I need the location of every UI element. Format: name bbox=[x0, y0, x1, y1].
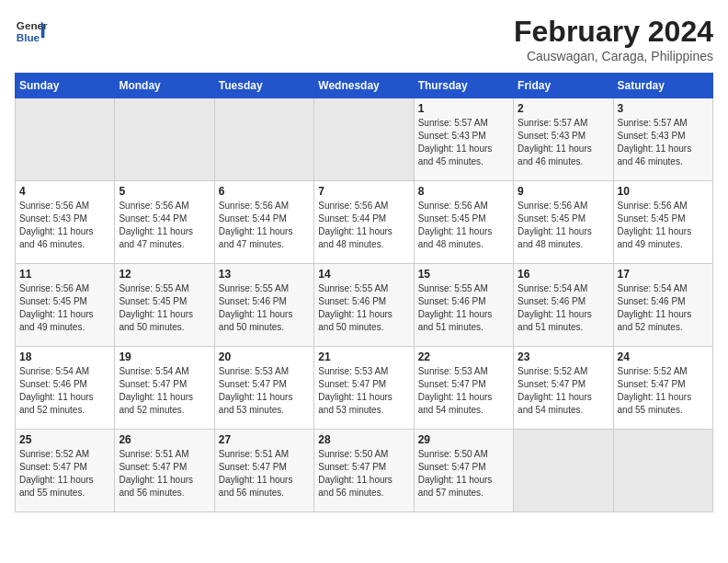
calendar-cell: 29Sunrise: 5:50 AM Sunset: 5:47 PM Dayli… bbox=[414, 430, 513, 512]
day-number: 16 bbox=[518, 268, 609, 281]
weekday-header-friday: Friday bbox=[514, 74, 613, 98]
month-year: February 2024 bbox=[514, 15, 713, 49]
calendar-cell: 13Sunrise: 5:55 AM Sunset: 5:46 PM Dayli… bbox=[214, 264, 313, 347]
day-info: Sunrise: 5:56 AM Sunset: 5:44 PM Dayligh… bbox=[318, 200, 409, 251]
calendar-cell: 25Sunrise: 5:52 AM Sunset: 5:47 PM Dayli… bbox=[16, 430, 115, 512]
calendar-cell: 9Sunrise: 5:56 AM Sunset: 5:45 PM Daylig… bbox=[514, 181, 613, 264]
day-number: 12 bbox=[119, 268, 210, 281]
calendar-cell: 12Sunrise: 5:55 AM Sunset: 5:45 PM Dayli… bbox=[115, 264, 214, 347]
day-number: 23 bbox=[518, 350, 609, 363]
day-info: Sunrise: 5:56 AM Sunset: 5:45 PM Dayligh… bbox=[518, 200, 609, 251]
calendar-cell bbox=[115, 98, 214, 181]
day-info: Sunrise: 5:56 AM Sunset: 5:45 PM Dayligh… bbox=[618, 200, 709, 251]
day-number: 10 bbox=[618, 185, 709, 198]
day-info: Sunrise: 5:52 AM Sunset: 5:47 PM Dayligh… bbox=[518, 365, 609, 417]
calendar-cell: 4Sunrise: 5:56 AM Sunset: 5:43 PM Daylig… bbox=[16, 181, 115, 264]
day-info: Sunrise: 5:57 AM Sunset: 5:43 PM Dayligh… bbox=[418, 117, 509, 168]
day-number: 1 bbox=[418, 102, 509, 115]
day-number: 25 bbox=[19, 433, 110, 446]
day-info: Sunrise: 5:51 AM Sunset: 5:47 PM Dayligh… bbox=[119, 448, 210, 500]
weekday-header-wednesday: Wednesday bbox=[314, 74, 414, 98]
calendar-cell: 27Sunrise: 5:51 AM Sunset: 5:47 PM Dayli… bbox=[214, 430, 313, 512]
calendar-week-2: 4Sunrise: 5:56 AM Sunset: 5:43 PM Daylig… bbox=[16, 181, 713, 264]
calendar-cell: 28Sunrise: 5:50 AM Sunset: 5:47 PM Dayli… bbox=[314, 430, 414, 512]
calendar-table: SundayMondayTuesdayWednesdayThursdayFrid… bbox=[15, 73, 713, 512]
calendar-cell: 2Sunrise: 5:57 AM Sunset: 5:43 PM Daylig… bbox=[514, 98, 613, 181]
calendar-cell: 20Sunrise: 5:53 AM Sunset: 5:47 PM Dayli… bbox=[214, 347, 313, 430]
day-number: 18 bbox=[19, 350, 110, 363]
day-number: 3 bbox=[618, 102, 709, 115]
day-info: Sunrise: 5:54 AM Sunset: 5:46 PM Dayligh… bbox=[19, 365, 110, 417]
day-number: 4 bbox=[19, 185, 110, 198]
day-info: Sunrise: 5:50 AM Sunset: 5:47 PM Dayligh… bbox=[318, 448, 409, 500]
day-info: Sunrise: 5:56 AM Sunset: 5:45 PM Dayligh… bbox=[19, 282, 110, 334]
day-info: Sunrise: 5:54 AM Sunset: 5:46 PM Dayligh… bbox=[618, 282, 709, 334]
calendar-cell: 7Sunrise: 5:56 AM Sunset: 5:44 PM Daylig… bbox=[314, 181, 414, 264]
day-info: Sunrise: 5:56 AM Sunset: 5:44 PM Dayligh… bbox=[119, 200, 210, 251]
calendar-cell: 22Sunrise: 5:53 AM Sunset: 5:47 PM Dayli… bbox=[414, 347, 513, 430]
day-info: Sunrise: 5:55 AM Sunset: 5:46 PM Dayligh… bbox=[418, 282, 509, 334]
calendar-cell: 15Sunrise: 5:55 AM Sunset: 5:46 PM Dayli… bbox=[414, 264, 513, 347]
day-info: Sunrise: 5:52 AM Sunset: 5:47 PM Dayligh… bbox=[19, 448, 110, 500]
day-info: Sunrise: 5:53 AM Sunset: 5:47 PM Dayligh… bbox=[318, 365, 409, 417]
day-info: Sunrise: 5:53 AM Sunset: 5:47 PM Dayligh… bbox=[219, 365, 310, 417]
calendar-cell: 14Sunrise: 5:55 AM Sunset: 5:46 PM Dayli… bbox=[314, 264, 414, 347]
day-number: 13 bbox=[219, 268, 310, 281]
logo-icon: General Blue bbox=[15, 15, 48, 48]
calendar-cell: 5Sunrise: 5:56 AM Sunset: 5:44 PM Daylig… bbox=[115, 181, 214, 264]
day-info: Sunrise: 5:54 AM Sunset: 5:47 PM Dayligh… bbox=[119, 365, 210, 417]
calendar-cell: 11Sunrise: 5:56 AM Sunset: 5:45 PM Dayli… bbox=[16, 264, 115, 347]
day-number: 17 bbox=[618, 268, 709, 281]
calendar-cell: 1Sunrise: 5:57 AM Sunset: 5:43 PM Daylig… bbox=[414, 98, 513, 181]
calendar-cell: 26Sunrise: 5:51 AM Sunset: 5:47 PM Dayli… bbox=[115, 430, 214, 512]
calendar-cell: 19Sunrise: 5:54 AM Sunset: 5:47 PM Dayli… bbox=[115, 347, 214, 430]
calendar-cell: 6Sunrise: 5:56 AM Sunset: 5:44 PM Daylig… bbox=[214, 181, 313, 264]
calendar-cell bbox=[16, 98, 115, 181]
weekday-header-thursday: Thursday bbox=[414, 74, 513, 98]
calendar-cell: 18Sunrise: 5:54 AM Sunset: 5:46 PM Dayli… bbox=[16, 347, 115, 430]
calendar-cell: 21Sunrise: 5:53 AM Sunset: 5:47 PM Dayli… bbox=[314, 347, 414, 430]
day-number: 5 bbox=[119, 185, 210, 198]
day-number: 26 bbox=[119, 433, 210, 446]
calendar-cell: 24Sunrise: 5:52 AM Sunset: 5:47 PM Dayli… bbox=[613, 347, 712, 430]
day-number: 21 bbox=[318, 350, 409, 363]
day-number: 7 bbox=[318, 185, 409, 198]
day-info: Sunrise: 5:51 AM Sunset: 5:47 PM Dayligh… bbox=[219, 448, 310, 500]
day-number: 28 bbox=[318, 433, 409, 446]
calendar-cell: 3Sunrise: 5:57 AM Sunset: 5:43 PM Daylig… bbox=[613, 98, 712, 181]
day-number: 29 bbox=[418, 433, 509, 446]
svg-text:Blue: Blue bbox=[17, 31, 40, 43]
day-number: 14 bbox=[318, 268, 409, 281]
location: Causwagan, Caraga, Philippines bbox=[514, 49, 713, 63]
calendar-cell bbox=[314, 98, 414, 181]
calendar-cell: 10Sunrise: 5:56 AM Sunset: 5:45 PM Dayli… bbox=[613, 181, 712, 264]
calendar-week-5: 25Sunrise: 5:52 AM Sunset: 5:47 PM Dayli… bbox=[16, 430, 713, 512]
day-number: 22 bbox=[418, 350, 509, 363]
day-info: Sunrise: 5:56 AM Sunset: 5:44 PM Dayligh… bbox=[219, 200, 310, 251]
title-block: February 2024 Causwagan, Caraga, Philipp… bbox=[514, 15, 713, 63]
day-number: 20 bbox=[219, 350, 310, 363]
calendar-week-1: 1Sunrise: 5:57 AM Sunset: 5:43 PM Daylig… bbox=[16, 98, 713, 181]
calendar-cell bbox=[613, 430, 712, 512]
day-info: Sunrise: 5:55 AM Sunset: 5:46 PM Dayligh… bbox=[219, 282, 310, 334]
day-number: 8 bbox=[418, 185, 509, 198]
day-info: Sunrise: 5:53 AM Sunset: 5:47 PM Dayligh… bbox=[418, 365, 509, 417]
weekday-header-sunday: Sunday bbox=[16, 74, 115, 98]
day-number: 6 bbox=[219, 185, 310, 198]
calendar-cell bbox=[214, 98, 313, 181]
weekday-header-monday: Monday bbox=[115, 74, 214, 98]
calendar-cell bbox=[514, 430, 613, 512]
day-number: 24 bbox=[618, 350, 709, 363]
day-number: 19 bbox=[119, 350, 210, 363]
calendar-cell: 17Sunrise: 5:54 AM Sunset: 5:46 PM Dayli… bbox=[613, 264, 712, 347]
day-number: 27 bbox=[219, 433, 310, 446]
weekday-header-row: SundayMondayTuesdayWednesdayThursdayFrid… bbox=[16, 74, 713, 98]
day-info: Sunrise: 5:55 AM Sunset: 5:46 PM Dayligh… bbox=[318, 282, 409, 334]
day-number: 9 bbox=[518, 185, 609, 198]
calendar-cell: 16Sunrise: 5:54 AM Sunset: 5:46 PM Dayli… bbox=[514, 264, 613, 347]
page-header: General Blue February 2024 Causwagan, Ca… bbox=[15, 15, 713, 63]
day-info: Sunrise: 5:56 AM Sunset: 5:43 PM Dayligh… bbox=[19, 200, 110, 251]
day-info: Sunrise: 5:54 AM Sunset: 5:46 PM Dayligh… bbox=[518, 282, 609, 334]
calendar-cell: 8Sunrise: 5:56 AM Sunset: 5:45 PM Daylig… bbox=[414, 181, 513, 264]
logo: General Blue bbox=[15, 15, 48, 48]
